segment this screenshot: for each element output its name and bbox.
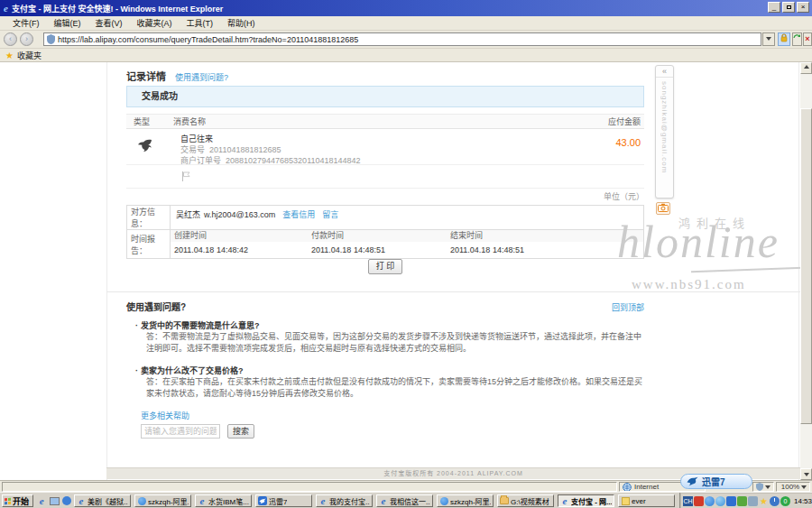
protected-mode-segment[interactable] — [752, 482, 774, 492]
show-desktop-icon[interactable] — [50, 496, 60, 506]
system-tray: CH ★ 0 14:53 — [679, 493, 812, 508]
menu-view[interactable]: 查看(V) — [88, 17, 130, 29]
green-tray-icon[interactable] — [737, 496, 747, 506]
wangwang-icon — [137, 496, 146, 505]
help-search-input[interactable] — [141, 424, 220, 439]
task-button-alipay-active[interactable]: e支付宝 - 网... — [558, 494, 614, 507]
end-time-header: 结束时间 — [447, 230, 643, 242]
menu-file[interactable]: 文件(F) — [5, 17, 47, 29]
task-button-wangwang-1[interactable]: szkzqh-阿里... — [134, 494, 191, 507]
collapse-panel-button[interactable]: « — [656, 66, 673, 78]
camera-capture-button[interactable] — [656, 202, 670, 215]
help-search-button[interactable]: 搜索 — [227, 424, 254, 439]
trade-table-header: 类型 消费名称 应付金额 — [126, 114, 644, 129]
start-button[interactable]: 开始 — [2, 494, 33, 507]
menu-help[interactable]: 帮助(H) — [220, 17, 263, 29]
folder-icon — [500, 496, 509, 505]
col-name: 消费名称 — [173, 115, 608, 127]
favorites-label[interactable]: 收藏夹 — [17, 50, 42, 61]
media-player-quicklaunch-icon[interactable] — [62, 496, 72, 506]
favorites-star-icon: ★ — [5, 51, 14, 60]
thunder-bird-icon — [687, 476, 698, 486]
menu-favorites[interactable]: 收藏夹(A) — [130, 17, 180, 29]
taskbar: 开始 e e美剧《越狱... szkzqh-阿里... e水货IBM笔... 迅… — [0, 492, 812, 508]
ie-icon: e — [198, 496, 207, 505]
messenger-tray-icon[interactable] — [715, 496, 725, 506]
order-no-value: 208810279447685320110418144842 — [226, 156, 361, 165]
faq-title: 使用遇到问题? — [126, 300, 186, 313]
camera-icon — [658, 203, 669, 212]
help-link[interactable]: 使用遇到问题? — [175, 71, 228, 83]
ie-quicklaunch-icon[interactable]: e — [37, 496, 47, 506]
wangwang-tray-icon[interactable] — [705, 496, 715, 506]
task-button-prisonbreak[interactable]: e美剧《越狱... — [74, 494, 131, 507]
status-main-segment — [2, 482, 617, 492]
time-report-row: 时间报告： 创建时间 2011.04.18 14:48:42 付款时间 2011… — [127, 230, 643, 258]
star-tray-icon[interactable]: ★ — [759, 496, 769, 506]
trade-info-table: 对方信息： 吴红杰 w.hj2004@163.com 查看信用 留言 时间报告：… — [126, 205, 644, 259]
created-time-header: 创建时间 — [171, 230, 308, 242]
view-credit-link[interactable]: 查看信用 — [282, 208, 315, 220]
language-indicator-CH[interactable]: CH — [683, 496, 693, 506]
task-button-folder[interactable]: G:\视频素材 — [497, 494, 554, 507]
menu-edit[interactable]: 编辑(E) — [47, 17, 88, 29]
notes-icon — [621, 496, 630, 505]
zero-badge-icon[interactable]: 0 — [780, 496, 790, 506]
capture-tool-panel: « songzhikai@gmail.com — [655, 65, 674, 199]
flag-icon[interactable] — [180, 171, 191, 182]
task-button-believe[interactable]: e我相信这一... — [376, 494, 433, 507]
task-button-thunder[interactable]: 迅雷7 — [255, 494, 312, 507]
thunder-float-widget[interactable]: 迅雷7 — [680, 474, 752, 489]
stop-button[interactable]: × — [803, 32, 812, 46]
faq-question-2: 卖家为什么改不了交易价格? — [135, 365, 244, 376]
quick-launch-bar: e — [37, 494, 71, 507]
ie-icon: e — [379, 496, 388, 505]
print-button[interactable]: 打 印 — [368, 259, 402, 274]
ie-logo-icon: e — [4, 3, 8, 14]
security-shield-icon — [47, 34, 55, 44]
address-dropdown-button[interactable] — [762, 32, 775, 46]
url-text: https://lab.alipay.com/consume/queryTrad… — [58, 35, 358, 44]
page-scrollbar[interactable] — [800, 62, 812, 480]
time-col-paid: 付款时间 2011.04.18 14:48:51 — [308, 230, 447, 258]
more-help-link[interactable]: 更多相关帮助 — [141, 410, 189, 421]
browser-viewport: 记录详情 使用遇到问题? 交易成功 类型 消费名称 应付金额 自己往来 交易号 … — [0, 62, 812, 480]
ie-icon: e — [560, 496, 569, 505]
minimize-button[interactable]: _ — [768, 2, 780, 13]
clock-tray-icon[interactable] — [770, 496, 780, 506]
refresh-button[interactable] — [792, 32, 802, 46]
task-button-ibm[interactable]: e水货IBM笔... — [195, 494, 252, 507]
window-title: 支付宝 - 网上支付 安全快速! - Windows Internet Expl… — [12, 3, 223, 14]
party-info-row: 对方信息： 吴红杰 w.hj2004@163.com 查看信用 留言 — [127, 206, 643, 230]
col-type: 类型 — [126, 115, 173, 127]
maximize-button[interactable] — [782, 2, 795, 13]
forward-button[interactable]: › — [20, 32, 33, 46]
start-label: 开始 — [13, 495, 29, 507]
thunder-icon — [258, 496, 267, 505]
menu-bar: 文件(F) 编辑(E) 查看(V) 收藏夹(A) 工具(T) 帮助(H) — [0, 16, 812, 31]
zoom-segment[interactable]: 100% — [776, 482, 810, 492]
padlock-icon — [780, 33, 788, 42]
leave-message-link[interactable]: 留言 — [322, 208, 338, 220]
back-to-top-link[interactable]: 回到顶部 — [612, 301, 644, 313]
scroll-up-button[interactable] — [800, 62, 812, 74]
party-name: 吴红杰 — [176, 208, 200, 220]
thunder-widget-label: 迅雷7 — [702, 475, 725, 488]
trade-status-banner: 交易成功 — [126, 86, 644, 107]
thunder-tray-icon[interactable] — [726, 496, 736, 506]
address-input[interactable]: https://lab.alipay.com/consume/queryTrad… — [43, 32, 761, 46]
close-button[interactable]: × — [797, 2, 809, 13]
task-button-ever[interactable]: ever — [618, 494, 675, 507]
watermark-email: songzhikai@gmail.com — [660, 81, 669, 194]
scrollbar-thumb[interactable] — [800, 108, 812, 424]
red-tray-icon[interactable] — [694, 496, 704, 506]
trade-table-row: 自己往来 交易号 2011041881812685 商户订单号 20881027… — [126, 129, 644, 165]
status-bar: Internet 100% 迅雷7 — [0, 480, 812, 492]
gray-tray-icon[interactable] — [748, 496, 758, 506]
task-button-myalipay[interactable]: e我的支付宝... — [316, 494, 373, 507]
ssl-lock-button[interactable] — [778, 32, 790, 46]
scroll-down-button[interactable] — [800, 468, 812, 480]
menu-tools[interactable]: 工具(T) — [180, 17, 221, 29]
task-button-wangwang-2[interactable]: szkzqh-阿里... — [437, 494, 494, 507]
back-button[interactable]: ‹ — [4, 32, 17, 46]
